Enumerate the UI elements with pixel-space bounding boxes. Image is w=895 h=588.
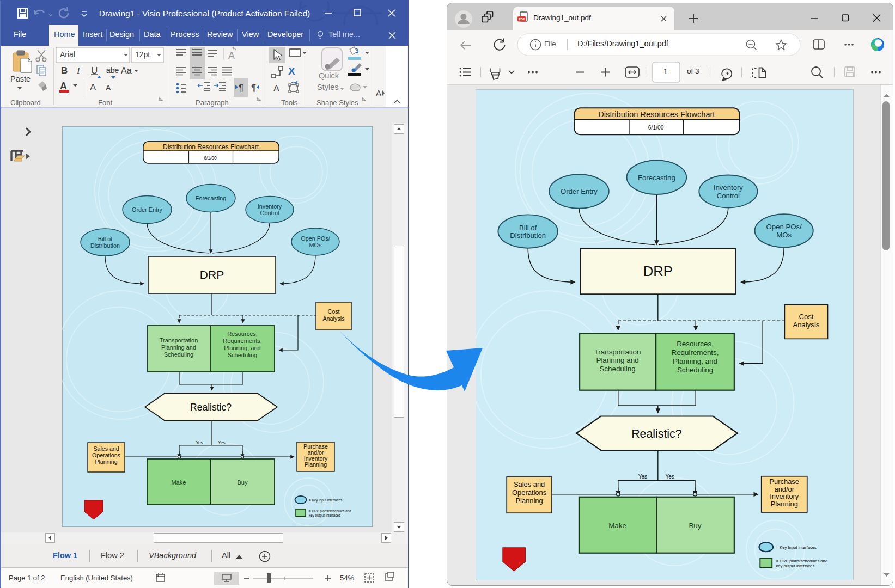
svg-text:¶: ¶	[251, 83, 256, 93]
svg-text:A: A	[90, 82, 96, 93]
svg-text:X: X	[288, 65, 295, 77]
svg-text:B: B	[61, 65, 68, 76]
svg-text:A: A	[273, 84, 279, 93]
svg-text:A: A	[106, 83, 111, 92]
svg-text:Aa: Aa	[121, 66, 132, 75]
svg-text:I: I	[76, 65, 81, 76]
svg-text:A: A	[228, 50, 235, 61]
svg-text:¶: ¶	[239, 83, 243, 93]
svg-text:A: A	[376, 88, 381, 97]
svg-text:U: U	[91, 65, 98, 76]
svg-text:PDF: PDF	[519, 17, 525, 21]
